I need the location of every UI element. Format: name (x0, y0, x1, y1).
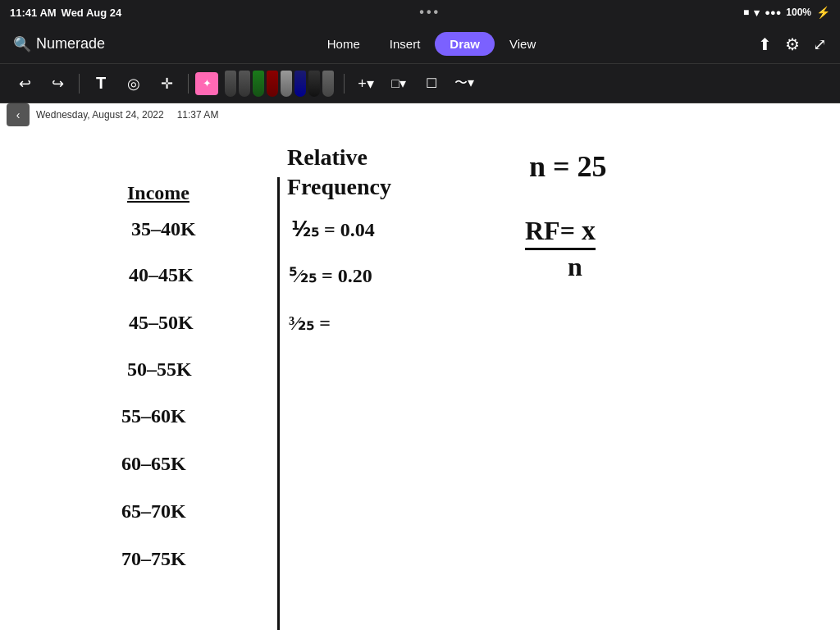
move-tool[interactable]: ✛ (152, 69, 181, 98)
more-button[interactable]: 〜▾ (450, 69, 479, 98)
redo-button[interactable]: ↪ (43, 69, 72, 98)
move-icon: ✛ (161, 75, 173, 93)
dots-menu: ••• (419, 5, 441, 20)
battery-percent: 100% (786, 7, 811, 18)
row-1-income: 35–40K (131, 218, 196, 240)
three-dots: ••• (419, 5, 441, 20)
time-text: 11:37 AM (177, 109, 219, 121)
share-icon[interactable]: ⬆ (758, 34, 772, 54)
income-header: Income (127, 182, 189, 204)
pen-blue-dark[interactable] (294, 71, 306, 97)
status-left: 11:41 AM Wed Aug 24 (10, 7, 121, 19)
fullscreen-icon[interactable]: ⤢ (813, 34, 827, 54)
text-tool[interactable]: T (86, 69, 116, 98)
status-right: ■ ▾ ●●● 100% ⚡ (738, 6, 830, 19)
redo-icon: ↪ (52, 75, 64, 93)
row-3-income: 45–50K (129, 312, 194, 334)
tab-draw[interactable]: Draw (435, 32, 495, 56)
pen-red[interactable] (267, 71, 278, 97)
row-3-freq: ³⁄₂₅ = (289, 312, 331, 335)
pen-palette (225, 71, 334, 97)
signal-icon: ●●● (765, 7, 781, 17)
lasso-icon: ◎ (127, 75, 140, 93)
eraser-tool[interactable]: ✦ (195, 72, 218, 95)
nav-center: Home Insert Draw View (313, 32, 550, 56)
date-bar: ‹ Wednesday, August 24, 2022 11:37 AM (0, 103, 840, 126)
pen-dark-2[interactable] (239, 71, 250, 97)
day: Wed Aug 24 (62, 7, 122, 19)
separator-2 (188, 74, 189, 94)
status-bar: 11:41 AM Wed Aug 24 ••• ■ ▾ ●●● 100% ⚡ (0, 0, 840, 25)
undo-icon: ↩ (19, 75, 31, 93)
shape-button[interactable]: □▾ (384, 69, 413, 98)
undo-button[interactable]: ↩ (10, 69, 39, 98)
add-button[interactable]: +▾ (351, 69, 381, 98)
more-icon: 〜▾ (454, 75, 474, 92)
rf-formula: RF= x n (525, 215, 596, 282)
pen-dark-1[interactable] (225, 71, 236, 97)
wifi-icon: ▾ (754, 7, 760, 19)
row-7-income: 65–70K (121, 500, 186, 523)
separator-3 (344, 74, 345, 94)
time: 11:41 AM (10, 7, 57, 19)
nav-bar: 🔍 Numerade Home Insert Draw View ⬆ ⚙ ⤢ (0, 25, 840, 64)
note-icon: ☐ (426, 75, 437, 91)
row-5-income: 55–60K (121, 405, 186, 427)
canvas-area: Relative Frequency Income 35–40K ⅟₂₅ = 0… (0, 126, 840, 630)
app-name: Numerade (36, 35, 105, 52)
date-text: Wednesday, August 24, 2022 (36, 109, 164, 121)
settings-icon[interactable]: ⚙ (785, 34, 800, 54)
pen-black[interactable] (308, 71, 320, 97)
row-8-income: 70–75K (121, 548, 186, 570)
toolbar: ↩ ↪ T ◎ ✛ ✦ +▾ □▾ ☐ 〜▾ (0, 64, 840, 103)
date-bar-container: ‹ Wednesday, August 24, 2022 11:37 AM (0, 103, 840, 126)
n-equals-25: n = 25 (529, 149, 607, 184)
back-button[interactable]: ‹ (7, 103, 30, 126)
pen-green[interactable] (253, 71, 264, 97)
tab-home[interactable]: Home (313, 32, 375, 56)
text-icon: T (96, 74, 106, 93)
row-4-income: 50–55K (127, 358, 192, 381)
nav-right: ⬆ ⚙ ⤢ (758, 34, 827, 54)
eraser-icon: ✦ (203, 77, 212, 89)
shape-icon: □▾ (391, 75, 406, 91)
pen-charcoal[interactable] (322, 71, 334, 97)
table-vertical-line (277, 177, 280, 630)
nav-left: 🔍 Numerade (13, 35, 105, 53)
battery-icon: ■ (743, 7, 749, 18)
pen-gray[interactable] (281, 71, 292, 97)
search-button[interactable]: 🔍 Numerade (13, 35, 105, 53)
tab-view[interactable]: View (495, 32, 550, 56)
separator-1 (79, 74, 80, 94)
relative-frequency-heading: Relative Frequency (287, 143, 391, 203)
tab-insert[interactable]: Insert (375, 32, 436, 56)
search-icon: 🔍 (13, 35, 31, 53)
plus-icon: +▾ (358, 75, 374, 93)
row-1-freq: ⅟₂₅ = 0.04 (291, 218, 375, 241)
row-6-income: 60–65K (121, 453, 186, 475)
note-button[interactable]: ☐ (417, 69, 446, 98)
lasso-tool[interactable]: ◎ (119, 69, 148, 98)
row-2-income: 40–45K (129, 264, 194, 286)
row-2-freq: ⁵⁄₂₅ = 0.20 (289, 264, 372, 287)
charging-icon: ⚡ (816, 6, 830, 19)
